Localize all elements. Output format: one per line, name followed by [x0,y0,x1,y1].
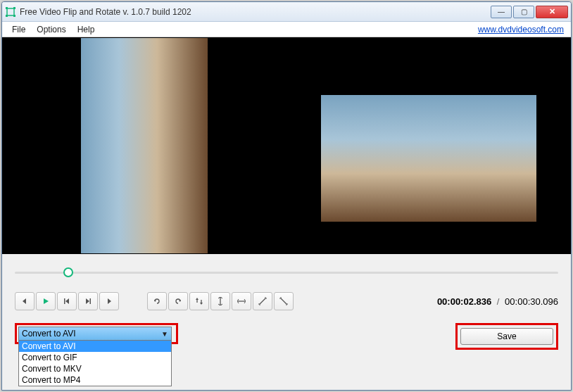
app-icon [5,6,16,18]
svg-rect-3 [6,15,8,17]
format-option-gif[interactable]: Convert to GIF [19,352,171,363]
time-current: 00:00:02.836 [437,296,491,307]
maximize-button[interactable]: ▢ [513,6,534,18]
svg-rect-1 [6,7,8,9]
svg-rect-0 [7,8,14,15]
menu-file[interactable]: File [6,23,31,36]
save-button[interactable]: Save [460,328,553,345]
window-controls: — ▢ ✕ [489,6,568,18]
format-option-avi[interactable]: Convert to AVI [19,341,171,352]
video-frame-left [81,38,208,253]
menubar: File Options Help www.dvdvideosoft.com [2,22,571,37]
time-separator: / [497,296,500,307]
step-forward-button[interactable] [78,292,98,310]
menu-help[interactable]: Help [72,23,101,36]
format-option-mp4[interactable]: Convert to MP4 [19,374,171,386]
format-selected: Convert to AVI [22,329,75,339]
bottom-row: Convert to AVI ▼ Convert to AVI Convert … [2,310,571,350]
close-button[interactable]: ✕ [536,6,568,18]
timeline-slider[interactable] [15,265,558,279]
flip-horizontal-button[interactable] [232,292,251,310]
format-combo-wrap: Convert to AVI ▼ Convert to AVI Convert … [18,327,175,341]
save-highlight: Save [455,323,558,350]
format-combo[interactable]: Convert to AVI ▼ [18,327,172,341]
svg-rect-2 [13,7,15,9]
window-title: Free Video Flip and Rotate v. 1.0.7 buil… [20,7,489,17]
time-total: 00:00:30.096 [505,296,558,307]
transform-group [147,292,294,310]
preview-area [2,37,571,254]
minimize-button[interactable]: — [491,6,512,18]
button-row: 00:00:02.836 / 00:00:30.096 [15,292,558,310]
flip-diagonal2-button[interactable] [274,292,294,310]
menu-options[interactable]: Options [31,23,71,36]
svg-rect-4 [13,15,15,17]
format-dropdown: Convert to AVI Convert to GIF Convert to… [18,341,172,386]
rotate-180-button[interactable] [189,292,209,310]
preview-original [2,37,286,254]
website-link[interactable]: www.dvdvideosoft.com [478,25,567,34]
app-window: Free Video Flip and Rotate v. 1.0.7 buil… [1,1,572,391]
timeline-knob[interactable] [63,267,73,277]
video-frame-right [321,95,536,222]
flip-vertical-button[interactable] [210,292,230,310]
format-option-mkv[interactable]: Convert to MKV [19,363,171,374]
next-frame-button[interactable] [99,292,119,310]
time-display: 00:00:02.836 / 00:00:30.096 [437,296,558,307]
chevron-down-icon: ▼ [161,330,168,338]
rotate-ccw-button[interactable] [147,292,167,310]
svg-rect-6 [90,298,92,304]
playback-group [15,292,119,310]
titlebar: Free Video Flip and Rotate v. 1.0.7 buil… [2,2,571,22]
prev-frame-button[interactable] [15,292,34,310]
preview-result [286,37,571,254]
step-back-button[interactable] [57,292,77,310]
format-highlight: Convert to AVI ▼ Convert to AVI Convert … [15,323,178,344]
svg-rect-5 [64,298,65,304]
controls-panel: 00:00:02.836 / 00:00:30.096 [2,254,571,310]
play-button[interactable] [36,292,56,310]
flip-diagonal1-button[interactable] [253,292,272,310]
rotate-cw-button[interactable] [168,292,188,310]
